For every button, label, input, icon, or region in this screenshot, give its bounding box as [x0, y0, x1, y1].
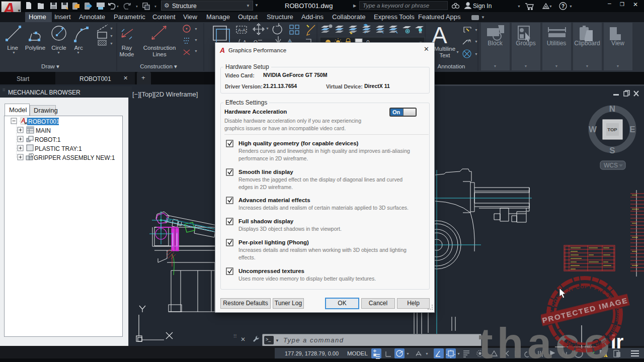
svg-text:▼: ▼ [524, 64, 528, 68]
svg-text:▼: ▼ [425, 352, 429, 355]
svg-text:Utilities: Utilities [547, 40, 567, 47]
svg-text:Line: Line [7, 45, 18, 51]
svg-text:E: E [629, 125, 635, 134]
svg-text:ROBOT:1: ROBOT:1 [35, 136, 61, 143]
svg-text:?: ? [561, 4, 565, 9]
svg-text:Increases details and realism: Increases details and realism when worki… [238, 247, 407, 253]
svg-text:N: N [609, 104, 615, 114]
svg-text:Displays 3D object shadows in: Displays 3D object shadows in the viewpo… [238, 226, 342, 232]
svg-text:▼: ▼ [474, 40, 478, 43]
svg-text:MAIN: MAIN [36, 127, 51, 134]
svg-text:▼: ▼ [57, 51, 60, 54]
svg-text:A: A [468, 38, 471, 43]
svg-text:Ray: Ray [122, 45, 132, 51]
svg-text:Full shadow display: Full shadow display [238, 218, 294, 224]
svg-text:▼: ▼ [194, 38, 198, 42]
svg-text:▼: ▼ [116, 5, 119, 8]
svg-text:▼: ▼ [586, 64, 589, 68]
svg-text:▼: ▼ [12, 51, 16, 54]
svg-text:▼: ▼ [135, 5, 138, 8]
svg-text:Increases details and realism: Increases details and realism of certain… [238, 205, 409, 211]
svg-text:▼: ▼ [457, 352, 460, 355]
svg-text:View: View [611, 40, 624, 47]
svg-text:performance in 2D wireframe.: performance in 2D wireframe. [238, 155, 308, 161]
svg-text:Clipboard: Clipboard [574, 40, 600, 47]
svg-text:Lines: Lines [152, 51, 167, 57]
svg-text:▼: ▼ [474, 52, 478, 56]
svg-text:Uncompressed textures: Uncompressed textures [238, 268, 304, 274]
svg-text:M: M [25, 122, 27, 125]
svg-text:▼: ▼ [76, 51, 80, 54]
svg-text:▼: ▼ [569, 5, 573, 8]
svg-text:Circle: Circle [51, 45, 66, 51]
svg-text:▼: ▼ [549, 5, 552, 8]
svg-text:Renders curves and lineweights: Renders curves and lineweights in high q… [238, 148, 410, 154]
svg-text:Arc: Arc [74, 45, 83, 51]
svg-text:PLASTIC TRAY:1: PLASTIC TRAY:1 [35, 145, 82, 152]
svg-text:Construction ▾: Construction ▾ [140, 63, 177, 69]
svg-text:effects.: effects. [238, 254, 256, 260]
svg-text:TOP: TOP [607, 127, 617, 132]
svg-text:WCS: WCS [604, 162, 618, 169]
svg-text:▼: ▼ [406, 352, 410, 355]
svg-text:Smooth line display: Smooth line display [238, 169, 293, 175]
svg-text:GRIPPER ASSEMBLY NEW:1: GRIPPER ASSEMBLY NEW:1 [34, 154, 115, 161]
svg-text:Per-pixel lighting (Phong): Per-pixel lighting (Phong) [238, 239, 309, 245]
svg-text:S: S [609, 146, 615, 155]
svg-text:Mode: Mode [120, 51, 134, 57]
svg-text:▼: ▼ [110, 27, 113, 30]
svg-text:Uses more video memory to disp: Uses more video memory to display better… [238, 276, 376, 282]
svg-text:▼: ▼ [555, 64, 558, 68]
svg-text:Groups: Groups [516, 40, 535, 47]
svg-text:▼: ▼ [110, 34, 113, 38]
svg-text:▼: ▼ [616, 64, 620, 68]
svg-text:Block: Block [488, 40, 503, 47]
svg-text:▼: ▼ [517, 5, 521, 8]
svg-text:Advanced material effects: Advanced material effects [238, 197, 310, 203]
svg-text:Multiline: Multiline [434, 46, 455, 52]
svg-text:ROBOT001: ROBOT001 [28, 118, 60, 125]
svg-text:W: W [589, 125, 597, 134]
svg-text:▼: ▼ [154, 5, 157, 8]
svg-text:▼: ▼ [266, 27, 269, 30]
svg-text:Removes the jagged effect on t: Removes the jagged effect on the display… [238, 176, 403, 183]
svg-text:▼: ▼ [194, 49, 198, 53]
svg-text:▼: ▼ [456, 50, 459, 54]
svg-text:▼: ▼ [110, 42, 113, 45]
svg-text:Sign In: Sign In [473, 3, 492, 10]
svg-text:edges in 2D wireframe.: edges in 2D wireframe. [238, 184, 293, 190]
svg-text:Text: Text [439, 52, 450, 58]
svg-text:Annotation: Annotation [438, 63, 465, 69]
svg-text:Construction: Construction [143, 45, 176, 51]
svg-text:Draw ▾: Draw ▾ [41, 63, 59, 69]
svg-text:▼: ▼ [194, 27, 198, 31]
svg-text:▼: ▼ [474, 28, 478, 32]
svg-text:▼: ▼ [494, 64, 497, 68]
svg-text:A-A: A-A [238, 28, 246, 33]
svg-text:Polyline: Polyline [25, 45, 45, 51]
svg-text:High quality geometry (for cap: High quality geometry (for capable devic… [238, 140, 359, 146]
